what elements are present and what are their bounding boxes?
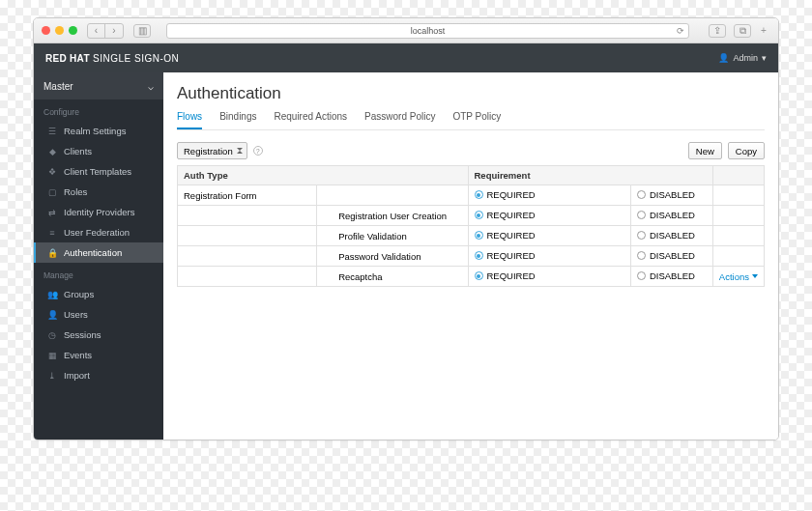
col-auth-type: Auth Type [178,166,469,185]
browser-window: ‹ › ▥ localhost ⟳ ⇪ ⧉ + RED HAT SINGLE S… [33,17,779,440]
exchange-icon: ⇄ [47,208,57,217]
sidebar-item-users[interactable]: 👤Users [34,304,163,325]
sidebar-item-import[interactable]: ⤓Import [34,365,163,385]
brand-bar: RED HAT SINGLE SIGN-ON 👤 Admin ▾ [34,43,778,72]
flow-select[interactable]: Registration [177,142,247,159]
actions-cell [712,246,764,267]
close-dot-icon[interactable] [42,26,50,35]
main-content: Authentication Flows Bindings Required A… [163,72,778,440]
share-icon[interactable]: ⇪ [709,24,726,38]
browser-chrome: ‹ › ▥ localhost ⟳ ⇪ ⧉ + [34,18,778,43]
radio-icon[interactable] [475,251,483,260]
col-requirement: Requirement [468,166,712,185]
clock-icon: ◷ [47,330,57,340]
users-icon: 👥 [47,290,57,299]
user-icon: 👤 [47,310,57,320]
page-title: Authentication [177,84,765,103]
url-text: localhost [411,26,446,36]
minimize-dot-icon[interactable] [55,26,64,35]
sidebar-item-events[interactable]: ▦Events [34,345,163,365]
reload-icon[interactable]: ⟳ [677,26,684,36]
tags-icon: ❖ [47,167,57,177]
auth-type-cell: Password Validation [317,246,468,267]
sidebar-item-roles[interactable]: ▢Roles [34,182,163,202]
user-menu[interactable]: 👤 Admin ▾ [718,53,767,63]
tab-flows[interactable]: Flows [177,111,202,129]
window-controls[interactable] [42,26,77,35]
table-row: Registration User CreationREQUIREDDISABL… [178,206,765,226]
help-icon[interactable]: ? [253,146,263,156]
copy-button[interactable]: Copy [728,142,765,159]
back-button[interactable]: ‹ [88,24,105,38]
table-row: Password ValidationREQUIREDDISABLED [178,246,765,267]
sidebar-section-manage: Manage [34,263,163,284]
sliders-icon: ☰ [47,127,57,136]
sidebar-item-groups[interactable]: 👥Groups [34,284,163,304]
requirement-disabled[interactable]: DISABLED [630,185,712,206]
calendar-icon: ▦ [47,351,57,360]
auth-type-cell: Registration User Creation [317,206,468,226]
nav-buttons: ‹ › [87,23,124,39]
chevron-down-icon: ⌵ [148,81,154,92]
sidebar: Master ⌵ Configure ☰Realm Settings ◆Clie… [34,72,163,440]
table-row: Profile ValidationREQUIREDDISABLED [178,226,765,246]
radio-icon[interactable] [475,190,483,199]
table-row: RecaptchaREQUIREDDISABLEDActions [178,267,765,287]
sidebar-item-authentication[interactable]: 🔒Authentication [34,242,163,263]
forward-button[interactable]: › [105,24,123,38]
url-bar[interactable]: localhost ⟳ [166,23,689,39]
radio-icon[interactable] [637,251,646,260]
new-button[interactable]: New [688,142,722,159]
auth-type-cell: Profile Validation [317,226,468,246]
new-tab-icon[interactable]: + [757,25,770,36]
chevron-down-icon [752,274,758,278]
requirement-required[interactable]: REQUIRED [468,246,630,267]
tag-icon: ◆ [47,147,57,156]
actions-link[interactable]: Actions [719,271,758,282]
zoom-dot-icon[interactable] [69,26,77,35]
requirement-disabled[interactable]: DISABLED [630,206,712,226]
radio-icon[interactable] [637,211,646,219]
requirement-required[interactable]: REQUIRED [468,226,630,246]
flow-toolbar: Registration ? New Copy [177,142,765,159]
sidebar-item-sessions[interactable]: ◷Sessions [34,325,163,345]
radio-icon[interactable] [475,231,483,240]
requirement-required[interactable]: REQUIRED [468,267,630,287]
actions-cell[interactable]: Actions [712,267,764,287]
requirement-required[interactable]: REQUIRED [468,185,630,206]
tab-otp-policy[interactable]: OTP Policy [452,111,501,129]
radio-icon[interactable] [637,190,646,199]
lock-icon: 🔒 [47,248,57,258]
sidebar-toggle-icon[interactable]: ▥ [133,24,151,38]
requirement-disabled[interactable]: DISABLED [630,226,712,246]
brand-title: RED HAT SINGLE SIGN-ON [45,53,179,64]
file-icon: ▢ [47,187,57,197]
tabs-icon[interactable]: ⧉ [734,24,751,38]
sidebar-item-clients[interactable]: ◆Clients [34,141,163,161]
radio-icon[interactable] [475,271,483,280]
radio-icon[interactable] [475,211,483,219]
requirement-disabled[interactable]: DISABLED [630,267,712,287]
sidebar-item-identity-providers[interactable]: ⇄Identity Providers [34,202,163,222]
tab-password-policy[interactable]: Password Policy [364,111,435,129]
user-icon: 👤 [718,53,729,63]
chevron-down-icon: ▾ [762,53,767,63]
radio-icon[interactable] [637,271,646,280]
actions-cell [712,226,764,246]
requirement-required[interactable]: REQUIRED [468,206,630,226]
sidebar-item-client-templates[interactable]: ❖Client Templates [34,161,163,182]
actions-cell [712,185,764,206]
sidebar-item-user-federation[interactable]: ≡User Federation [34,222,163,242]
flow-table: Auth Type Requirement Registration FormR… [177,165,765,287]
requirement-disabled[interactable]: DISABLED [630,246,712,267]
table-row: Registration FormREQUIREDDISABLED [178,185,765,206]
tab-bindings[interactable]: Bindings [219,111,256,129]
import-icon: ⤓ [47,371,57,381]
realm-selector[interactable]: Master ⌵ [34,72,163,99]
col-actions [712,166,764,185]
tab-required-actions[interactable]: Required Actions [274,111,347,129]
sidebar-item-realm-settings[interactable]: ☰Realm Settings [34,121,163,141]
auth-type-cell: Registration Form [178,185,317,206]
radio-icon[interactable] [637,231,646,240]
auth-type-cell: Recaptcha [317,267,468,287]
